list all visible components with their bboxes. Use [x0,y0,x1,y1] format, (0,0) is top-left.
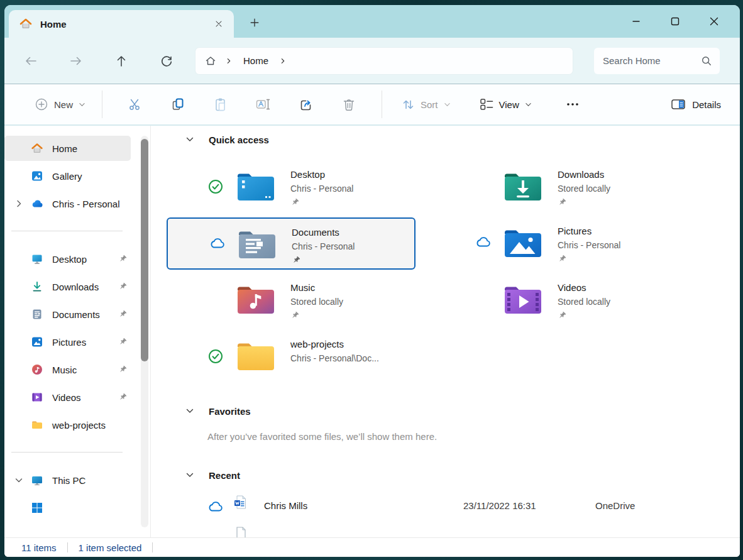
section-title: Recent [209,470,240,481]
tile-desktop[interactable]: Desktop Chris - Personal [167,161,416,213]
details-button[interactable]: Details [671,97,721,111]
sync-check-icon [208,349,223,364]
sidebar-item-gallery[interactable]: Gallery [4,163,131,189]
documents-folder-icon [237,228,277,261]
sort-button[interactable]: Sort [394,97,458,111]
sidebar-item-downloads[interactable]: Downloads [4,274,131,299]
tab-home[interactable]: Home [9,10,234,38]
view-button[interactable]: View [472,97,539,111]
more-options-button[interactable] [557,91,588,118]
chevron-down-icon[interactable] [185,135,194,144]
sidebar-item-web-projects[interactable]: web-projects [4,412,131,437]
downloads-folder-icon [503,170,543,203]
status-bar: 11 items 1 item selected [4,537,740,557]
tile-web-projects[interactable]: web-projects Chris - Personal\Doc... [167,331,416,383]
navigation-bar: Home [4,38,740,84]
chevron-down-icon[interactable] [14,476,23,485]
details-pane-icon [671,97,686,111]
tile-videos[interactable]: Videos Stored locally [434,274,683,326]
tile-subtitle: Stored locally [558,182,610,195]
paste-button[interactable] [199,91,242,118]
search-input[interactable] [602,55,701,67]
statusbar-separator [67,542,68,552]
videos-folder-icon [503,283,543,316]
tile-music[interactable]: Music Stored locally [167,274,416,326]
maximize-icon [669,15,681,28]
sidebar-item-desktop[interactable]: Desktop [4,246,131,272]
new-button[interactable]: New [30,97,91,111]
address-bar[interactable]: Home [195,48,573,74]
tab-title: Home [40,19,210,30]
rename-button[interactable] [242,91,285,118]
file-explorer-window: Home [4,5,740,557]
tile-subtitle: Stored locally [558,295,610,309]
cloud-status-icon [209,237,224,252]
breadcrumb-home-icon[interactable] [204,55,217,67]
new-tab-button[interactable] [244,12,265,33]
tile-pictures[interactable]: Pictures Chris - Personal [434,217,683,270]
recent-file-name[interactable]: Chris Mills [264,500,307,511]
sync-check-icon [208,179,223,194]
chevron-right-icon[interactable] [280,58,286,64]
sidebar-item-onedrive-personal[interactable]: Chris - Personal [4,191,131,216]
pictures-icon [31,336,43,348]
up-button[interactable] [114,53,129,69]
minimize-button[interactable] [617,5,656,38]
sidebar-item-this-pc[interactable]: This PC [4,468,131,493]
statusbar-separator [152,542,153,552]
file-icon [235,527,246,537]
tile-documents[interactable]: Documents Chris - Personal [167,217,416,270]
section-favorites[interactable]: Favorites [185,404,740,419]
sidebar-item-music[interactable]: Music [4,357,131,382]
tile-subtitle: Chris - Personal [558,238,620,252]
recent-file-row-partial[interactable] [167,522,740,534]
delete-button[interactable] [327,91,370,118]
copy-button[interactable] [157,91,199,118]
content-area: Quick access [151,126,740,537]
rename-icon [256,97,271,111]
maximize-button[interactable] [656,5,695,38]
chevron-right-icon[interactable] [14,199,23,208]
tab-close-button[interactable] [210,15,228,33]
pin-icon [118,282,127,291]
sidebar-item-home[interactable]: Home [4,136,131,161]
recent-file-row[interactable]: Chris Mills 23/11/2022 16:31 OneDrive [167,494,740,522]
breadcrumb-item-home[interactable]: Home [241,55,271,66]
back-button[interactable] [23,53,38,69]
chevron-down-icon[interactable] [185,471,194,480]
sidebar-scrollbar-thumb[interactable] [141,139,148,361]
desktop-icon [31,253,43,265]
share-button[interactable] [285,91,327,118]
sidebar-item-documents[interactable]: Documents [4,302,131,327]
pin-icon [290,198,299,207]
refresh-button[interactable] [159,53,174,69]
pin-icon [118,310,127,319]
sidebar-item-pictures[interactable]: Pictures [4,329,131,354]
copy-icon [171,97,185,111]
pin-icon [118,393,127,402]
close-window-button[interactable] [695,5,734,38]
music-folder-icon [236,283,276,316]
sidebar-item-label: web-projects [52,420,106,431]
new-plus-icon [35,97,48,111]
section-recent[interactable]: Recent [185,468,740,483]
cut-button[interactable] [114,91,157,118]
sidebar-item-windows-drive-partial[interactable] [4,495,131,520]
navigation-pane: Home Gallery [4,126,151,537]
item-count: 11 items [21,542,57,553]
videos-icon [31,391,43,404]
chevron-right-icon [226,58,232,64]
ellipsis-icon [566,97,580,111]
section-quick-access[interactable]: Quick access [185,132,740,147]
sidebar-item-label: Documents [52,309,100,320]
recent-file-location: OneDrive [595,500,635,511]
chevron-down-icon [444,102,451,107]
tile-subtitle: Chris - Personal [292,239,355,253]
sort-label: Sort [421,99,438,110]
forward-button[interactable] [69,53,84,69]
search-icon[interactable] [701,55,712,67]
tile-downloads[interactable]: Downloads Stored locally [434,161,683,213]
search-box[interactable] [594,48,720,74]
chevron-down-icon[interactable] [185,407,194,415]
sidebar-item-videos[interactable]: Videos [4,385,131,410]
